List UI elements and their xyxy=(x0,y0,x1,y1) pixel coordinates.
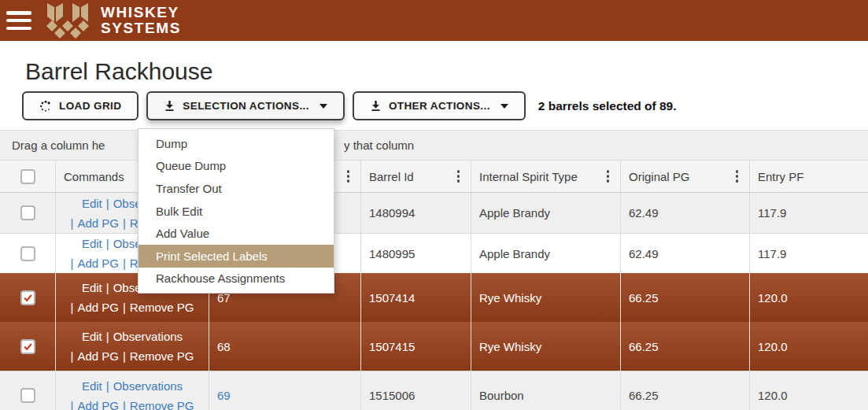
column-menu-icon[interactable] xyxy=(344,165,353,187)
edit-link[interactable]: Edit xyxy=(82,330,102,343)
selection-actions-menu: Dump Queue Dump Transfer Out Bulk Edit A… xyxy=(138,128,334,294)
menu-item-add-value[interactable]: Add Value xyxy=(139,222,334,245)
selection-actions-button[interactable]: SELECTION ACTIONS... xyxy=(146,91,345,120)
other-actions-button[interactable]: OTHER ACTIONS... xyxy=(353,91,526,120)
menu-item-queue-dump[interactable]: Queue Dump xyxy=(139,155,334,178)
separator: | xyxy=(106,281,109,294)
menu-item-bulk-edit[interactable]: Bulk Edit xyxy=(139,200,334,223)
download-icon xyxy=(370,100,382,112)
select-all-cell xyxy=(0,161,55,192)
barrel-number-link[interactable]: 69 xyxy=(217,389,231,402)
column-header-barrel-id[interactable]: Barrel Id xyxy=(360,161,471,192)
toolbar: LOAD GRID SELECTION ACTIONS... OTHER ACT… xyxy=(22,91,677,120)
separator: | xyxy=(123,301,126,314)
edit-link[interactable]: Edit xyxy=(82,237,102,250)
barrel-number-link[interactable]: 68 xyxy=(217,340,231,353)
separator: | xyxy=(70,257,73,270)
remove-pg-link[interactable]: Remove PG xyxy=(130,399,194,410)
row-select-cell xyxy=(0,371,55,410)
add-pg-link[interactable]: Add PG xyxy=(77,257,119,270)
table-row: Edit|Observations |Add PG|Remove PG 1480… xyxy=(0,193,868,233)
separator: | xyxy=(106,379,109,393)
menu-item-dump[interactable]: Dump xyxy=(139,132,334,155)
separator: | xyxy=(123,216,126,230)
column-header-internal-spirit-type[interactable]: Internal Spirit Type xyxy=(471,161,620,192)
brand-name: WHISKEY SYSTEMS xyxy=(101,5,181,36)
observations-link[interactable]: Observations xyxy=(113,330,183,343)
add-pg-link[interactable]: Add PG xyxy=(77,301,119,314)
row-checkbox[interactable] xyxy=(20,205,35,220)
group-by-hint-bar: Drag a column he y that column xyxy=(0,131,868,161)
barrel-number-cell: 69 xyxy=(209,371,360,410)
barrel-rackhouse-page: WHISKEY SYSTEMS Barrel Rackhouse LOAD GR… xyxy=(0,0,868,410)
original-pg-cell: 66.25 xyxy=(620,273,749,322)
commands-cell: Edit|Observations |Add PG|Remove PG xyxy=(55,322,209,371)
original-pg-cell: 66.25 xyxy=(620,371,749,410)
separator: | xyxy=(106,330,109,343)
row-checkbox[interactable] xyxy=(20,388,35,403)
separator: | xyxy=(123,349,126,363)
remove-pg-link[interactable]: Remove PG xyxy=(130,349,194,363)
barrel-id-cell: 1515006 xyxy=(360,371,471,410)
column-menu-icon[interactable] xyxy=(604,165,613,187)
select-all-checkbox[interactable] xyxy=(20,169,35,184)
table-row-selected: Edit|Observations |Add PG|Remove PG 67 1… xyxy=(0,273,868,322)
menu-item-print-selected-labels[interactable]: Print Selected Labels xyxy=(139,245,334,268)
column-header-original-pg[interactable]: Original PG xyxy=(620,161,749,192)
table-row: Edit|Observations |Add PG|Remove PG 69 1… xyxy=(0,371,868,410)
barrel-grid: Drag a column he y that column Commands … xyxy=(0,130,868,410)
top-navigation-bar: WHISKEY SYSTEMS xyxy=(0,0,868,41)
original-pg-cell: 62.49 xyxy=(620,193,749,233)
hamburger-menu-icon[interactable] xyxy=(6,11,31,30)
column-header-entry-pf[interactable]: Entry PF xyxy=(749,161,868,192)
add-pg-link[interactable]: Add PG xyxy=(77,399,119,410)
edit-link[interactable]: Edit xyxy=(82,281,102,294)
separator: | xyxy=(70,301,73,314)
chevron-down-icon xyxy=(319,104,327,109)
add-pg-link[interactable]: Add PG xyxy=(77,216,119,230)
row-select-cell xyxy=(0,234,55,273)
separator: | xyxy=(70,399,73,410)
page-title: Barrel Rackhouse xyxy=(25,58,212,85)
barrel-number-cell: 68 xyxy=(209,322,360,371)
spirit-type-cell: Rye Whisky xyxy=(471,322,620,371)
column-menu-icon[interactable] xyxy=(733,165,742,187)
observations-link[interactable]: Observations xyxy=(113,379,183,393)
spirit-type-cell: Bourbon xyxy=(471,371,620,410)
separator: | xyxy=(70,216,73,230)
row-select-cell xyxy=(0,322,55,371)
menu-item-rackhouse-assignments[interactable]: Rackhouse Assignments xyxy=(139,268,334,290)
row-checkbox-checked[interactable] xyxy=(20,290,35,305)
edit-link[interactable]: Edit xyxy=(82,197,102,210)
separator: | xyxy=(106,237,109,250)
separator: | xyxy=(123,399,126,410)
barrel-id-cell: 1507414 xyxy=(360,273,471,322)
entry-pf-cell: 120.0 xyxy=(749,322,868,371)
menu-item-transfer-out[interactable]: Transfer Out xyxy=(139,177,334,200)
row-checkbox[interactable] xyxy=(20,246,35,261)
separator: | xyxy=(106,197,109,210)
barrel-id-cell: 1507415 xyxy=(360,322,471,371)
original-pg-cell: 62.49 xyxy=(620,234,749,273)
grid-header-row: Commands Barrel Id Internal Spirit Type … xyxy=(0,161,868,193)
table-row-selected: Edit|Observations |Add PG|Remove PG 68 1… xyxy=(0,322,868,371)
add-pg-link[interactable]: Add PG xyxy=(77,349,119,363)
edit-link[interactable]: Edit xyxy=(82,379,102,393)
commands-cell: Edit|Observations |Add PG|Remove PG xyxy=(55,371,209,410)
whiskey-systems-logo-icon xyxy=(42,2,93,39)
entry-pf-cell: 117.9 xyxy=(749,234,868,273)
selection-summary: 2 barrels selected of 89. xyxy=(538,99,677,113)
spirit-type-cell: Apple Brandy xyxy=(471,234,620,273)
load-grid-button[interactable]: LOAD GRID xyxy=(22,91,139,120)
row-checkbox-checked[interactable] xyxy=(20,339,35,354)
download-icon xyxy=(164,100,175,112)
entry-pf-cell: 117.9 xyxy=(749,193,868,233)
spirit-type-cell: Apple Brandy xyxy=(471,193,620,233)
barrel-id-cell: 1480994 xyxy=(360,193,471,233)
column-menu-icon[interactable] xyxy=(454,165,464,187)
entry-pf-cell: 120.0 xyxy=(749,371,868,410)
separator: | xyxy=(70,349,73,363)
table-row: Edit|Observations |Add PG|Remove PG 1480… xyxy=(0,233,868,273)
separator: | xyxy=(123,257,126,270)
remove-pg-link[interactable]: Remove PG xyxy=(130,301,194,314)
